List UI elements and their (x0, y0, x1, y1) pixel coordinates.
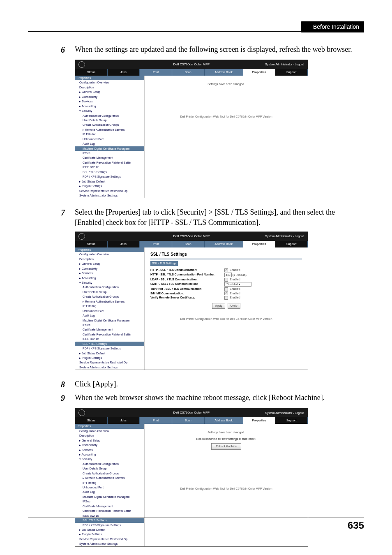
sidebar-item[interactable]: Description (75, 257, 144, 261)
reboot-machine-button[interactable]: Reboot Machine (211, 443, 241, 449)
sidebar-item[interactable]: ▸ Job Status Default (75, 527, 144, 532)
setting-value[interactable]: 443 (1 - 65535) (224, 273, 302, 277)
sidebar-item[interactable]: ▸ General Setup (75, 90, 144, 94)
tab-jobs[interactable]: Jobs (108, 241, 140, 247)
sidebar-item[interactable]: IP Filtering (75, 304, 144, 308)
sidebar-item[interactable]: Certificate Management (75, 155, 144, 160)
sidebar-item[interactable]: ▸ Accounting (75, 452, 144, 457)
sidebar-item[interactable]: ▸ Services (75, 448, 144, 452)
checkbox-icon[interactable] (224, 291, 228, 295)
checkbox-icon[interactable] (224, 268, 228, 272)
checkbox-icon[interactable] (224, 287, 228, 291)
sidebar-item[interactable]: ▸ Plug-in Settings (75, 356, 144, 360)
port-input[interactable]: 443 (224, 273, 232, 277)
sidebar-item[interactable]: Unbounded Port (75, 309, 144, 313)
sidebar-item[interactable]: Audit Log (75, 490, 144, 494)
apply-button[interactable]: Apply (212, 303, 225, 308)
sidebar-item[interactable]: ▸ Connectivity (75, 443, 144, 447)
setting-value[interactable]: Enabled (224, 291, 302, 296)
tab-support[interactable]: Support (275, 241, 308, 247)
setting-value[interactable]: Enabled (224, 268, 302, 272)
tab-status[interactable]: Status (75, 241, 108, 247)
sidebar-item[interactable]: ▸ Accounting (75, 104, 144, 109)
sidebar-item[interactable]: IPSec (75, 151, 144, 155)
select-dropdown[interactable]: *Disabled ▾ (224, 282, 251, 287)
sidebar-item[interactable]: Machine Digital Certificate Managem (75, 318, 144, 323)
sidebar-item[interactable]: ▸ Job Status Default (75, 179, 144, 184)
sidebar-item[interactable]: Description (75, 85, 144, 90)
tab-status[interactable]: Status (75, 417, 108, 424)
sidebar-item[interactable]: ▾ Security (75, 109, 144, 113)
sidebar-item[interactable]: IP Filtering (75, 132, 144, 136)
sidebar-item[interactable]: Service Representative Restricted Op (75, 537, 144, 541)
sidebar-item[interactable]: Audit Log (75, 313, 144, 318)
sidebar-item[interactable]: Configuration Overview (75, 80, 144, 85)
tab-print[interactable]: Print (140, 69, 172, 76)
sidebar-item[interactable]: User Details Setup (75, 466, 144, 471)
sidebar-item[interactable]: IEEE 802.1x (75, 165, 144, 169)
sidebar-item[interactable]: ▸ Remote Authentication Servers (75, 127, 144, 132)
sidebar-item[interactable]: ▸ Connectivity (75, 95, 144, 99)
setting-value[interactable]: Enabled (224, 278, 302, 282)
sidebar-item[interactable]: PDF / XPS Signature Settings (75, 346, 144, 351)
sidebar-item[interactable]: Certificate Revocation Retrieval Settin (75, 332, 144, 337)
ss2-logout[interactable]: System Administrator - Logout (265, 234, 304, 238)
sidebar-item[interactable]: ▸ Services (75, 99, 144, 104)
tab-jobs[interactable]: Jobs (108, 69, 140, 76)
sidebar-item[interactable]: Authentication Configuration (75, 462, 144, 466)
tab-address-book[interactable]: Address Book (205, 241, 243, 247)
sidebar-item[interactable]: ▾ Security (75, 457, 144, 461)
sidebar-item[interactable]: Unbounded Port (75, 485, 144, 490)
sidebar-item[interactable]: IPSec (75, 499, 144, 504)
sidebar-item[interactable]: User Details Setup (75, 118, 144, 123)
sidebar-item[interactable]: System Administrator Settings (75, 193, 144, 198)
sidebar-item[interactable]: Audit Log (75, 141, 144, 146)
tab-status[interactable]: Status (75, 69, 108, 76)
sidebar-item[interactable]: ▸ Services (75, 271, 144, 275)
sidebar-item[interactable]: Machine Digital Certificate Managem (75, 146, 144, 151)
checkbox-icon[interactable] (224, 278, 228, 282)
sidebar-item[interactable]: Create Authorization Groups (75, 294, 144, 299)
sidebar-item[interactable]: Authentication Configuration (75, 113, 144, 118)
tab-properties[interactable]: Properties (243, 417, 276, 424)
sidebar-item[interactable]: ▸ Accounting (75, 276, 144, 280)
sidebar-item[interactable]: SSL / TLS Settings (75, 170, 144, 174)
sidebar-item[interactable]: IPSec (75, 323, 144, 327)
sidebar-item[interactable]: Certificate Management (75, 504, 144, 509)
sidebar-item[interactable]: ▸ General Setup (75, 261, 144, 266)
sidebar-item[interactable]: Certificate Revocation Retrieval Settin (75, 509, 144, 513)
ss3-logout[interactable]: System Administrator - Logout (265, 411, 304, 415)
sidebar-item[interactable]: ▸ Plug-in Settings (75, 184, 144, 188)
sidebar-item[interactable]: ▸ Remote Authentication Servers (75, 299, 144, 304)
sidebar-item[interactable]: Unbounded Port (75, 137, 144, 141)
tab-scan[interactable]: Scan (172, 69, 205, 76)
ss1-logout[interactable]: System Administrator - Logout (265, 62, 304, 66)
tab-support[interactable]: Support (275, 69, 308, 76)
sidebar-item[interactable]: PDF / XPS Signature Settings (75, 523, 144, 527)
setting-value[interactable]: Enabled (224, 296, 302, 300)
sidebar-item[interactable]: Description (75, 433, 144, 438)
tab-print[interactable]: Print (140, 241, 172, 247)
tab-support[interactable]: Support (275, 417, 308, 424)
checkbox-icon[interactable] (224, 296, 228, 300)
sidebar-item[interactable]: ▸ Job Status Default (75, 351, 144, 356)
sidebar-item[interactable]: Create Authorization Groups (75, 123, 144, 127)
sidebar-item[interactable]: System Administrator Settings (75, 365, 144, 370)
sidebar-item[interactable]: Certificate Management (75, 327, 144, 332)
sidebar-item[interactable]: Authentication Configuration (75, 285, 144, 289)
sidebar-item[interactable]: ▸ General Setup (75, 438, 144, 443)
sidebar-item[interactable]: Service Representative Restricted Op (75, 360, 144, 365)
tab-properties[interactable]: Properties (243, 241, 276, 247)
sidebar-item[interactable]: User Details Setup (75, 290, 144, 294)
sidebar-item[interactable]: ▾ Security (75, 280, 144, 285)
setting-value[interactable]: *Disabled ▾ (224, 282, 302, 287)
sidebar-item[interactable]: Certificate Revocation Retrieval Settin (75, 160, 144, 165)
sidebar-item[interactable]: System Administrator Settings (75, 541, 144, 546)
tab-jobs[interactable]: Jobs (108, 417, 140, 424)
sidebar-item[interactable]: Configuration Overview (75, 429, 144, 433)
sidebar-item[interactable]: Configuration Overview (75, 252, 144, 257)
sidebar-item[interactable]: ▸ Connectivity (75, 266, 144, 271)
sidebar-item[interactable]: ▸ Remote Authentication Servers (75, 476, 144, 480)
tab-address-book[interactable]: Address Book (205, 417, 243, 424)
setting-value[interactable]: Enabled (224, 287, 302, 291)
